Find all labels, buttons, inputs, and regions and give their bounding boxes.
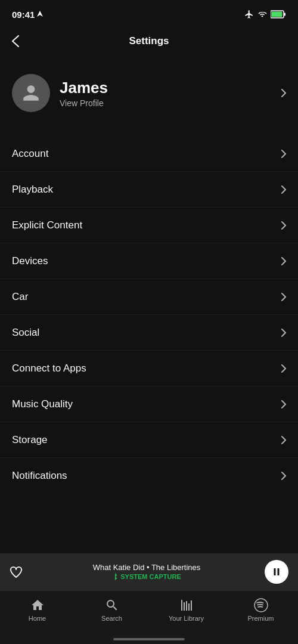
chevron-right-icon: [281, 400, 286, 408]
avatar: [12, 74, 50, 112]
now-playing-info: What Katie Did • The Libertines SYSTEM C…: [29, 563, 265, 581]
now-playing-title: What Katie Did • The Libertines: [29, 563, 265, 572]
svg-rect-2: [272, 12, 283, 17]
svg-rect-8: [188, 603, 190, 611]
svg-rect-5: [181, 600, 182, 611]
search-nav-label: Search: [101, 615, 122, 622]
chevron-right-icon: [281, 472, 286, 480]
nav-item-library[interactable]: Your Library: [149, 596, 224, 622]
header-title: Settings: [129, 35, 169, 47]
time-display: 09:41: [12, 10, 35, 20]
svg-rect-4: [278, 568, 280, 575]
profile-chevron-icon: [281, 89, 286, 97]
svg-rect-3: [274, 568, 276, 575]
menu-item-connect-to-apps[interactable]: Connect to Apps: [0, 351, 298, 386]
view-profile-label: View Profile: [60, 98, 281, 108]
pause-icon: [271, 566, 282, 577]
svg-point-10: [254, 599, 268, 612]
status-bar: 09:41: [0, 0, 298, 26]
nav-item-search[interactable]: Search: [74, 596, 149, 622]
status-time: 09:41: [12, 10, 43, 20]
menu-item-devices[interactable]: Devices: [0, 243, 298, 279]
now-playing-bar[interactable]: What Katie Did • The Libertines SYSTEM C…: [0, 553, 298, 590]
chevron-right-icon: [281, 436, 286, 444]
chevron-right-icon: [281, 364, 286, 373]
chevron-right-icon: [281, 221, 286, 230]
chevron-right-icon: [281, 150, 286, 158]
menu-item-explicit-content[interactable]: Explicit Content: [0, 208, 298, 243]
chevron-right-icon: [281, 329, 286, 337]
pause-button[interactable]: [265, 560, 288, 584]
user-icon: [21, 83, 41, 103]
bluetooth-icon: [112, 572, 118, 581]
nav-item-premium[interactable]: Premium: [224, 596, 298, 622]
menu-item-notifications[interactable]: Notifications: [0, 458, 298, 494]
system-capture-label: SYSTEM CAPTURE: [29, 572, 265, 581]
chevron-right-icon: [281, 185, 286, 194]
library-nav-label: Your Library: [169, 615, 204, 622]
profile-section[interactable]: James View Profile: [0, 62, 298, 124]
profile-name: James: [60, 79, 281, 97]
menu-item-car[interactable]: Car: [0, 279, 298, 315]
battery-icon: [271, 10, 286, 18]
menu-item-social[interactable]: Social: [0, 315, 298, 351]
home-indicator: [113, 638, 185, 640]
heart-button[interactable]: [10, 566, 23, 578]
back-button[interactable]: [12, 35, 19, 47]
chevron-right-icon: [281, 293, 286, 301]
premium-nav-label: Premium: [247, 615, 274, 622]
chevron-right-icon: [281, 257, 286, 265]
status-icons: [244, 10, 286, 19]
search-icon: [105, 598, 119, 612]
location-icon: [37, 11, 43, 18]
svg-rect-6: [184, 602, 185, 611]
nav-item-home[interactable]: Home: [0, 596, 74, 622]
wifi-icon: [257, 10, 267, 18]
svg-rect-1: [284, 13, 286, 16]
menu-item-storage[interactable]: Storage: [0, 422, 298, 458]
library-icon: [179, 598, 194, 612]
menu-item-playback[interactable]: Playback: [0, 172, 298, 208]
airplane-icon: [244, 10, 254, 19]
menu-item-music-quality[interactable]: Music Quality: [0, 386, 298, 422]
svg-rect-9: [191, 600, 192, 611]
profile-info: James View Profile: [60, 79, 281, 108]
svg-rect-7: [186, 601, 187, 611]
spotify-icon: [254, 598, 268, 612]
bottom-navigation: Home Search Your Library Premium: [0, 590, 298, 644]
settings-header: Settings: [0, 26, 298, 56]
home-icon: [30, 598, 45, 612]
settings-menu: Account Playback Explicit Content Device…: [0, 136, 298, 494]
menu-item-account[interactable]: Account: [0, 136, 298, 172]
home-nav-label: Home: [29, 615, 46, 622]
